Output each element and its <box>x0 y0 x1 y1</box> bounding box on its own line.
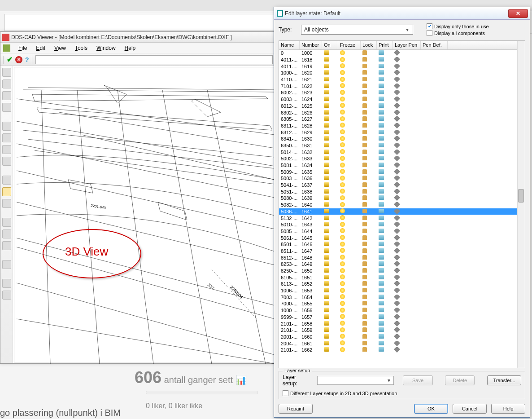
tool-11[interactable] <box>2 260 11 269</box>
layer-row[interactable]: 5009-...1635 <box>279 168 525 175</box>
dialog-titlebar[interactable]: Edit layer state: Default ✕ <box>274 7 530 20</box>
col-number[interactable]: Number <box>300 41 322 49</box>
save-button[interactable]: Save <box>403 375 432 385</box>
layer-row[interactable]: 4011-...1619 <box>279 63 525 70</box>
tool-9[interactable] <box>2 229 11 238</box>
ok-button[interactable]: OK <box>414 404 448 414</box>
col-name[interactable]: Name <box>279 41 300 49</box>
layer-row[interactable]: 5051-...1638 <box>279 188 525 195</box>
col-pendef[interactable]: Pen Def. <box>421 41 448 49</box>
tool-3d-view[interactable] <box>2 187 11 196</box>
transfer-button[interactable]: Transfer... <box>487 375 521 385</box>
layer-row[interactable]: 2101-...1662 <box>279 347 525 353</box>
help-button[interactable]: Help <box>491 404 525 414</box>
menu-help[interactable]: Help <box>121 44 140 52</box>
tool-3[interactable] <box>2 91 11 100</box>
layer-row[interactable]: 2101-...1658 <box>279 320 525 327</box>
display-in-use-checkbox[interactable]: ✔Display only those in use <box>427 23 489 29</box>
close-button[interactable]: ✕ <box>508 9 528 18</box>
tool-zoom[interactable] <box>2 122 11 131</box>
menu-file[interactable]: File <box>15 44 31 52</box>
cancel-button[interactable]: Cancel <box>453 404 487 414</box>
col-lock[interactable]: Lock <box>361 41 377 49</box>
layer-row[interactable]: 6002-...1623 <box>279 89 525 96</box>
layer-row[interactable]: 4110-...1621 <box>279 76 525 83</box>
tool-4[interactable] <box>2 103 11 112</box>
layer-row[interactable]: 6312-...1629 <box>279 129 525 136</box>
layer-row[interactable]: 5082-...1640 <box>279 202 525 208</box>
menu-tools[interactable]: Tools <box>71 44 91 52</box>
tool-2[interactable] <box>2 79 11 88</box>
layer-row[interactable]: 2004-...1661 <box>279 340 525 347</box>
layer-row[interactable]: 1000-...1656 <box>279 307 525 314</box>
layer-row[interactable]: 5003-...1636 <box>279 175 525 182</box>
menu-window[interactable]: Window <box>93 44 119 52</box>
type-combo[interactable]: All objects ▾ <box>301 25 413 35</box>
col-freeze[interactable]: Freeze <box>338 41 361 49</box>
layer-row[interactable]: 5085-...1644 <box>279 228 525 235</box>
tool-5[interactable] <box>2 157 11 166</box>
layer-row[interactable]: 6003-...1624 <box>279 96 525 103</box>
layer-row[interactable]: 5061-...1645 <box>279 234 525 241</box>
layer-row[interactable]: 5086-...1641 <box>279 208 525 215</box>
layer-row[interactable]: 8253-...1649 <box>279 261 525 268</box>
layer-row[interactable]: 6105-...1651 <box>279 274 525 281</box>
tool-layers[interactable] <box>2 145 11 154</box>
repaint-button[interactable]: Repaint <box>279 404 313 414</box>
layer-row[interactable]: 6113-...1652 <box>279 281 525 287</box>
grid-scrollbar[interactable] <box>517 41 525 368</box>
layer-row[interactable]: 6302-...1626 <box>279 109 525 116</box>
layer-row[interactable]: 2001-...1660 <box>279 334 525 340</box>
layer-row[interactable]: 5010-...1643 <box>279 221 525 228</box>
layer-row[interactable]: 6305-...1627 <box>279 116 525 123</box>
scroll-thumb[interactable] <box>518 189 524 203</box>
layer-row[interactable]: 6311-...1628 <box>279 123 525 129</box>
layer-row[interactable]: 1000-...1620 <box>279 70 525 76</box>
layer-row[interactable]: 6341-...1630 <box>279 136 525 142</box>
col-on[interactable]: On <box>322 41 338 49</box>
layer-row[interactable]: 5132-...1642 <box>279 215 525 221</box>
viewer-titlebar[interactable]: DDS-CAD Viewer - [Model kombinert E:\Doc… <box>0 32 275 43</box>
layer-row[interactable]: 5041-...1637 <box>279 182 525 189</box>
tool-1[interactable] <box>2 68 11 77</box>
help-icon[interactable]: ? <box>25 56 29 63</box>
layer-row[interactable]: 8512-...1648 <box>279 254 525 261</box>
tool-12[interactable] <box>2 279 11 288</box>
tool-10[interactable] <box>2 241 11 250</box>
layer-row[interactable]: 01000 <box>279 50 525 57</box>
tool-7[interactable] <box>2 199 11 208</box>
tool-8[interactable] <box>2 218 11 227</box>
menu-edit[interactable]: Edit <box>32 44 49 52</box>
layer-row[interactable]: 6012-...1625 <box>279 103 525 110</box>
layer-row[interactable]: 5080-...1639 <box>279 195 525 202</box>
tool-pan[interactable] <box>2 133 11 142</box>
tool-13[interactable] <box>2 291 11 300</box>
different-layers-checkbox[interactable]: Different Layer setups in 2D and 3D pres… <box>283 390 397 396</box>
layer-row[interactable]: 2101-...1659 <box>279 327 525 334</box>
layer-row[interactable]: 4011-...1618 <box>279 57 525 63</box>
layer-row[interactable]: 8250-...1650 <box>279 268 525 274</box>
command-input[interactable] <box>35 55 273 64</box>
tool-6[interactable] <box>2 176 11 185</box>
delete-button[interactable]: Delete <box>445 375 475 385</box>
menu-view[interactable]: View <box>51 44 70 52</box>
layer-row[interactable]: 8501-...1646 <box>279 241 525 248</box>
drawing-canvas[interactable]: 228/604 X37 2201-643 <box>14 67 275 362</box>
display-all-checkbox[interactable]: Display all components <box>427 30 489 36</box>
layer-row[interactable]: 5081-...1634 <box>279 162 525 169</box>
layer-row[interactable]: 9599-...1657 <box>279 314 525 321</box>
grid-body[interactable]: 010004011-...16184011-...16191000-...162… <box>279 50 525 368</box>
layer-row[interactable]: 7003-...1654 <box>279 294 525 300</box>
confirm-icon[interactable]: ✔ <box>7 55 13 64</box>
layer-setup-combo[interactable]: ▾ <box>317 376 394 385</box>
layer-row[interactable]: 5014-...1632 <box>279 149 525 155</box>
layer-row[interactable]: 6350-...1631 <box>279 142 525 149</box>
col-layerpen[interactable]: Layer Pen <box>393 41 421 49</box>
layer-row[interactable]: 8511-...1647 <box>279 248 525 255</box>
layer-row[interactable]: 5002-...1633 <box>279 155 525 162</box>
cancel-icon[interactable]: ✕ <box>15 56 22 63</box>
layer-row[interactable]: 1006-...1653 <box>279 287 525 294</box>
col-print[interactable]: Print <box>377 41 393 49</box>
layer-row[interactable]: 7101-...1622 <box>279 83 525 89</box>
layer-row[interactable]: 7000-...1655 <box>279 300 525 307</box>
